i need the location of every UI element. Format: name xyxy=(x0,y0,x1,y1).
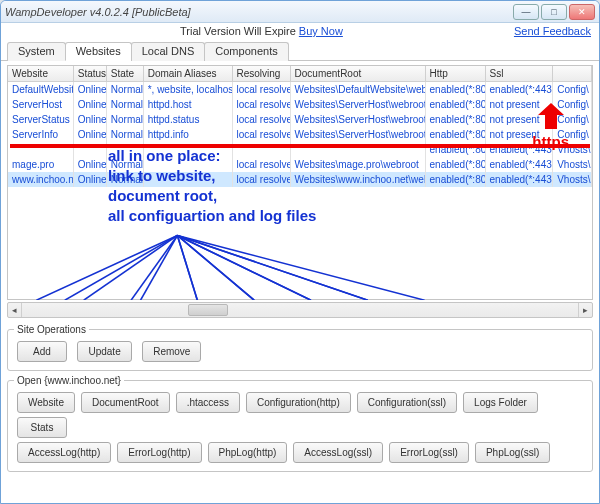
col-resolving[interactable]: Resolving xyxy=(233,66,291,81)
horizontal-scrollbar[interactable]: ◂ ▸ xyxy=(7,302,593,318)
trial-text: Trial Version Will Expire xyxy=(180,25,299,37)
col-documentroot[interactable]: DocumentRoot xyxy=(291,66,426,81)
update-button[interactable]: Update xyxy=(77,341,131,362)
open-legend: Open {www.inchoo.net} xyxy=(14,375,124,386)
svg-line-7 xyxy=(177,235,424,300)
cell: Online xyxy=(74,112,107,127)
cell: enabled(*:80) xyxy=(426,127,486,142)
cell: enabled(*:80) xyxy=(426,112,486,127)
close-button[interactable]: ✕ xyxy=(569,4,595,20)
cell: Normal xyxy=(107,112,144,127)
open-logs-folder-button[interactable]: Logs Folder xyxy=(463,392,538,413)
open-stats-button[interactable]: Stats xyxy=(17,417,67,438)
maximize-button[interactable]: □ xyxy=(541,4,567,20)
cell: enabled(*:443) xyxy=(486,157,554,172)
cell: DefaultWebsite xyxy=(8,82,74,97)
cell: enabled(*:443) xyxy=(486,82,554,97)
cell: local resolve xyxy=(233,112,291,127)
annotation-https: https xyxy=(532,101,569,150)
open-errorlog-http--button[interactable]: ErrorLog(http) xyxy=(117,442,201,463)
open-configuration-http--button[interactable]: Configuration(http) xyxy=(246,392,351,413)
svg-line-13 xyxy=(177,235,367,300)
app-window: WampDeveloper v4.0.2.4 [PublicBeta] — □ … xyxy=(0,0,600,504)
open-documentroot-button[interactable]: DocumentRoot xyxy=(81,392,170,413)
open-phplog-http--button[interactable]: PhpLog(http) xyxy=(208,442,288,463)
annotation-text: all in one place: link to website, docum… xyxy=(108,146,316,226)
col-website[interactable]: Website xyxy=(8,66,74,81)
cell: enabled(*:80) xyxy=(426,97,486,112)
cell: httpd.host xyxy=(144,97,233,112)
site-operations-legend: Site Operations xyxy=(14,324,89,335)
main-tabs: System Websites Local DNS Components xyxy=(1,41,599,61)
cell: Online xyxy=(74,97,107,112)
table-row[interactable]: DefaultWebsiteOnlineNormal*, website, lo… xyxy=(8,82,592,97)
table-row[interactable]: ServerStatusOnlineNormalhttpd.statusloca… xyxy=(8,112,592,127)
banner: Trial Version Will Expire Buy Now Send F… xyxy=(1,23,599,41)
cell: local resolve xyxy=(233,127,291,142)
cell: *, website, localhost xyxy=(144,82,233,97)
svg-line-12 xyxy=(177,235,311,300)
col-status[interactable]: Status xyxy=(74,66,107,81)
svg-line-10 xyxy=(177,235,197,300)
cell: Websites\ServerHost\webroot xyxy=(291,97,426,112)
buy-now-link[interactable]: Buy Now xyxy=(299,25,343,37)
cell: mage.pro xyxy=(8,157,74,172)
svg-line-11 xyxy=(177,235,254,300)
cell: Normal xyxy=(107,97,144,112)
scroll-thumb[interactable] xyxy=(188,304,228,316)
open-group: Open {www.inchoo.net} WebsiteDocumentRoo… xyxy=(7,375,593,472)
col-extra[interactable] xyxy=(553,66,592,81)
open-accesslog-http--button[interactable]: AccessLog(http) xyxy=(17,442,111,463)
cell: local resolve xyxy=(233,82,291,97)
open-errorlog-ssl--button[interactable]: ErrorLog(ssl) xyxy=(389,442,469,463)
add-button[interactable]: Add xyxy=(17,341,67,362)
https-label: https xyxy=(532,133,569,150)
send-feedback-link[interactable]: Send Feedback xyxy=(514,25,591,37)
scroll-left-icon[interactable]: ◂ xyxy=(8,303,22,317)
cell: Online xyxy=(74,172,107,187)
tab-websites[interactable]: Websites xyxy=(65,42,132,61)
col-ssl[interactable]: Ssl xyxy=(486,66,554,81)
tab-system[interactable]: System xyxy=(7,42,66,61)
cell: Websites\DefaultWebsite\webroot xyxy=(291,82,426,97)
minimize-button[interactable]: — xyxy=(513,4,539,20)
cell: Online xyxy=(74,82,107,97)
open-configuration-ssl--button[interactable]: Configuration(ssl) xyxy=(357,392,457,413)
window-title: WampDeveloper v4.0.2.4 [PublicBeta] xyxy=(5,6,513,18)
svg-line-9 xyxy=(131,235,177,300)
cell: Vhosts\ xyxy=(553,157,592,172)
col-http[interactable]: Http xyxy=(426,66,486,81)
cell: Online xyxy=(74,157,107,172)
svg-line-8 xyxy=(65,235,178,300)
open--htaccess-button[interactable]: .htaccess xyxy=(176,392,240,413)
tab-components[interactable]: Components xyxy=(204,42,288,61)
cell: httpd.status xyxy=(144,112,233,127)
cell: enabled(*:80) xyxy=(426,82,486,97)
cell: enabled(*:80) xyxy=(426,172,486,187)
cell: local resolve xyxy=(233,97,291,112)
open-accesslog-ssl--button[interactable]: AccessLog(ssl) xyxy=(293,442,383,463)
cell: Websites\ServerHost\webroot xyxy=(291,127,426,142)
table-row[interactable]: ServerInfoOnlineNormalhttpd.infolocal re… xyxy=(8,127,592,142)
table-row[interactable]: ServerHostOnlineNormalhttpd.hostlocal re… xyxy=(8,97,592,112)
cell: ServerInfo xyxy=(8,127,74,142)
svg-line-2 xyxy=(141,235,178,300)
websites-table: Website Status State Domain Aliases Reso… xyxy=(7,65,593,300)
remove-button[interactable]: Remove xyxy=(142,341,201,362)
cell: Vhosts\ xyxy=(553,172,592,187)
col-domain-aliases[interactable]: Domain Aliases xyxy=(144,66,233,81)
cell: Online xyxy=(74,127,107,142)
cell: Websites\ServerHost\webroot xyxy=(291,112,426,127)
scroll-right-icon[interactable]: ▸ xyxy=(578,303,592,317)
table-header: Website Status State Domain Aliases Reso… xyxy=(8,66,592,82)
open-phplog-ssl--button[interactable]: PhpLog(ssl) xyxy=(475,442,550,463)
svg-line-4 xyxy=(177,235,254,300)
cell: httpd.info xyxy=(144,127,233,142)
svg-line-6 xyxy=(177,235,367,300)
cell: enabled(*:443) xyxy=(486,172,554,187)
col-state[interactable]: State xyxy=(107,66,144,81)
tab-local-dns[interactable]: Local DNS xyxy=(131,42,206,61)
site-operations-group: Site Operations Add Update Remove xyxy=(7,324,593,371)
open-website-button[interactable]: Website xyxy=(17,392,75,413)
cell: Normal xyxy=(107,127,144,142)
